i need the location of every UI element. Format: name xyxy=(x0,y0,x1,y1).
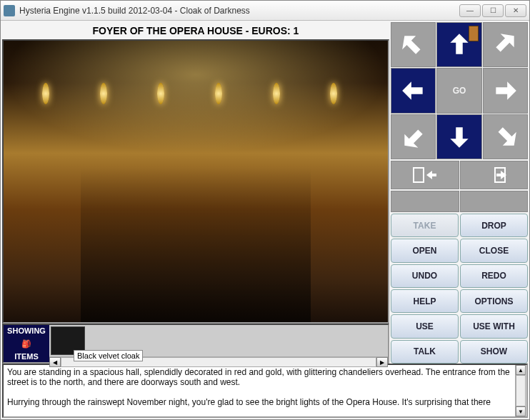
upper-panel: FOYER OF THE OPERA HOUSE - EUROS: 1 SHOW… xyxy=(2,22,528,364)
stairs-down[interactable] xyxy=(460,191,529,212)
app-window: Hysteria Engine v1.1.5 build 2012-03-04 … xyxy=(0,0,530,420)
scroll-left-icon[interactable]: ◀ xyxy=(49,357,61,367)
close-button[interactable]: CLOSE xyxy=(460,239,528,262)
scroll-up-icon[interactable]: ▲ xyxy=(516,365,526,375)
action-grid: TAKEDROPOPENCLOSEUNDOREDOHELPOPTIONSUSEU… xyxy=(391,214,528,364)
redo-button[interactable]: REDO xyxy=(460,264,528,288)
narrative-panel: You are standing in a spacious hall, spl… xyxy=(2,364,528,418)
narrative-scroll-track[interactable] xyxy=(516,375,526,406)
exit-button[interactable] xyxy=(391,161,459,189)
scene-image xyxy=(2,39,389,324)
show-button[interactable]: SHOW xyxy=(460,340,528,364)
client-area: FOYER OF THE OPERA HOUSE - EUROS: 1 SHOW… xyxy=(1,21,529,419)
nav-go[interactable]: GO xyxy=(436,68,481,113)
take-button[interactable]: TAKE xyxy=(391,214,459,237)
nav-w[interactable] xyxy=(391,68,436,113)
undo-button[interactable]: UNDO xyxy=(391,264,459,288)
nav-e[interactable] xyxy=(483,68,528,113)
minimize-button[interactable]: — xyxy=(459,4,481,17)
narrative-text: You are standing in a spacious hall, spl… xyxy=(4,365,515,416)
nav-se[interactable] xyxy=(483,114,528,159)
nav-nw[interactable] xyxy=(391,22,436,67)
nav-sw[interactable] xyxy=(391,114,436,159)
use-button[interactable]: USE xyxy=(391,314,459,338)
stairs-up[interactable] xyxy=(391,191,459,212)
backpack-icon: 🎒 xyxy=(4,339,49,348)
drop-button[interactable]: DROP xyxy=(460,214,528,237)
titlebar: Hysteria Engine v1.1.5 build 2012-03-04 … xyxy=(1,1,529,21)
stairs-row xyxy=(391,191,528,212)
close-button[interactable]: ✕ xyxy=(505,4,526,17)
svg-rect-0 xyxy=(414,168,424,182)
talk-button[interactable]: TALK xyxy=(391,340,459,364)
window-controls: — ☐ ✕ xyxy=(459,4,526,17)
nav-compass: GO xyxy=(391,22,528,159)
help-button[interactable]: HELP xyxy=(391,289,459,313)
scroll-right-icon[interactable]: ▶ xyxy=(376,357,388,367)
right-column: GO TAKEDROPOPENCLOSEUNDOREDOHELPOPTIONSU… xyxy=(391,22,528,364)
nav-n[interactable] xyxy=(436,22,481,67)
door-icon xyxy=(469,26,479,41)
window-title: Hysteria Engine v1.1.5 build 2012-03-04 … xyxy=(19,6,459,16)
use-with-button[interactable]: USE WITH xyxy=(460,314,528,338)
inventory-bar: SHOWING 🎒 ITEMS ◀ ▶ Bl xyxy=(2,324,389,364)
enter-button[interactable] xyxy=(460,161,529,189)
java-icon xyxy=(4,5,15,16)
location-title: FOYER OF THE OPERA HOUSE - EUROS: 1 xyxy=(2,22,389,39)
enter-exit-row xyxy=(391,161,528,189)
inventory-toggle[interactable]: SHOWING 🎒 ITEMS xyxy=(4,325,49,362)
options-button[interactable]: OPTIONS xyxy=(460,289,528,313)
nav-s[interactable] xyxy=(436,114,481,159)
inventory-toggle-top: SHOWING xyxy=(4,326,49,335)
scroll-down-icon[interactable]: ▼ xyxy=(516,406,526,416)
inventory-toggle-bottom: ITEMS xyxy=(4,352,49,361)
inventory-tooltip: Black velvet cloak xyxy=(74,350,143,361)
maximize-button[interactable]: ☐ xyxy=(482,4,504,17)
narrative-scrollbar[interactable]: ▲ ▼ xyxy=(515,365,526,416)
nav-ne[interactable] xyxy=(483,22,528,67)
left-column: FOYER OF THE OPERA HOUSE - EUROS: 1 SHOW… xyxy=(2,22,389,364)
open-button[interactable]: OPEN xyxy=(391,239,459,262)
